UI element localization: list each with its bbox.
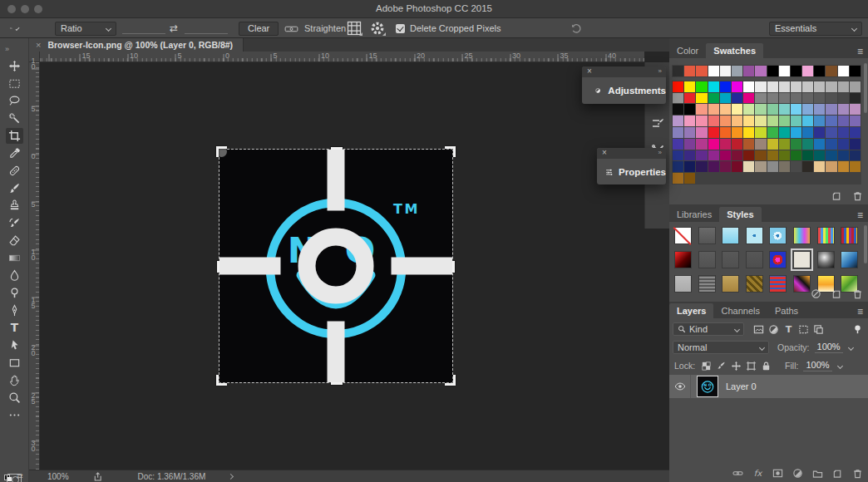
swatch[interactable] xyxy=(802,93,813,104)
add-layer-mask-icon[interactable] xyxy=(772,468,783,479)
swatch[interactable] xyxy=(850,139,861,150)
collapse-chevron[interactable]: » xyxy=(658,67,662,75)
swatch[interactable] xyxy=(767,93,778,104)
canvas-pasteboard[interactable]: » » N O TM xyxy=(40,62,669,470)
swatch[interactable] xyxy=(673,173,683,184)
scrollbar-thumb[interactable] xyxy=(864,63,867,113)
style-swatch[interactable] xyxy=(722,275,739,293)
swatch[interactable] xyxy=(673,116,683,126)
swatch[interactable] xyxy=(755,161,766,172)
swatch[interactable] xyxy=(779,161,790,172)
properties-floating-panel[interactable]: × » Properties xyxy=(597,148,666,184)
swatch[interactable] xyxy=(767,127,778,138)
style-swatch[interactable] xyxy=(722,227,739,244)
swatch[interactable] xyxy=(720,127,731,138)
swatch[interactable] xyxy=(850,104,861,115)
crop-height-input[interactable] xyxy=(185,22,228,34)
style-swatch[interactable] xyxy=(746,227,763,244)
swatch[interactable] xyxy=(791,161,801,172)
swatch[interactable] xyxy=(720,66,731,76)
swatch[interactable] xyxy=(814,161,825,172)
vertical-ruler[interactable]: 1 05051 01 52 02 53 0 xyxy=(29,62,40,482)
status-options-chevron[interactable] xyxy=(228,473,234,479)
swatch[interactable] xyxy=(814,104,825,115)
style-swatch[interactable] xyxy=(674,251,692,268)
swatch[interactable] xyxy=(732,116,742,126)
style-swatch[interactable] xyxy=(746,251,763,268)
tab-paths[interactable]: Paths xyxy=(767,303,806,318)
style-swatch[interactable] xyxy=(817,251,835,268)
tab-channels[interactable]: Channels xyxy=(713,303,767,318)
swatch[interactable] xyxy=(755,81,766,92)
new-group-icon[interactable] xyxy=(812,468,823,479)
swatch[interactable] xyxy=(673,81,683,92)
swatch[interactable] xyxy=(743,139,754,150)
adjustments-floating-panel[interactable]: × » Adjustments xyxy=(582,66,666,104)
swatch[interactable] xyxy=(826,66,836,76)
swatch[interactable] xyxy=(755,150,766,161)
swatch[interactable] xyxy=(743,66,754,76)
zoom-level-field[interactable]: 100% xyxy=(47,472,69,481)
swatch[interactable] xyxy=(720,104,731,115)
swatch[interactable] xyxy=(826,81,836,92)
swatch[interactable] xyxy=(779,150,790,161)
layer-style-fx-icon[interactable]: fx xyxy=(752,468,763,479)
swatch[interactable] xyxy=(684,161,695,172)
panel-menu-icon[interactable]: ≡ xyxy=(857,209,863,221)
swatch[interactable] xyxy=(826,127,836,138)
tool-path-selection[interactable] xyxy=(6,337,23,353)
straighten-button[interactable]: Straighten xyxy=(284,18,346,38)
swatch[interactable] xyxy=(814,127,825,138)
swatch[interactable] xyxy=(850,127,861,138)
swatch[interactable] xyxy=(838,116,849,126)
style-swatch[interactable] xyxy=(674,275,692,293)
clear-style-icon[interactable] xyxy=(811,288,821,299)
swatch[interactable] xyxy=(802,116,813,126)
swatch[interactable] xyxy=(696,150,707,161)
swatch[interactable] xyxy=(708,66,719,76)
swatch[interactable] xyxy=(720,93,731,104)
tool-blur[interactable] xyxy=(6,268,23,283)
swatch[interactable] xyxy=(826,161,836,172)
style-swatch[interactable] xyxy=(793,227,811,244)
style-swatch[interactable] xyxy=(793,251,811,268)
swatch[interactable] xyxy=(696,66,707,76)
tool-rectangle[interactable] xyxy=(6,355,23,371)
new-adjustment-layer-icon[interactable] xyxy=(792,468,803,479)
swatch[interactable] xyxy=(684,127,695,138)
fill-chevron[interactable] xyxy=(837,362,843,368)
swatch[interactable] xyxy=(826,93,836,104)
horizontal-ruler[interactable]: 151050510152025303540 xyxy=(40,52,644,62)
swatch[interactable] xyxy=(814,139,825,150)
style-swatch[interactable] xyxy=(769,251,787,268)
swatch[interactable] xyxy=(838,81,849,92)
swatch[interactable] xyxy=(673,127,683,138)
swatch[interactable] xyxy=(720,81,731,92)
swatch[interactable] xyxy=(732,127,742,138)
swatch[interactable] xyxy=(779,81,790,92)
swatch[interactable] xyxy=(767,150,778,161)
workspace-select[interactable]: Essentials xyxy=(769,18,862,38)
swatch[interactable] xyxy=(779,66,790,76)
crop-center-target[interactable] xyxy=(219,150,452,382)
swatch[interactable] xyxy=(743,161,754,172)
swatch[interactable] xyxy=(743,116,754,126)
swatch[interactable] xyxy=(755,139,766,150)
style-swatch[interactable] xyxy=(769,275,787,293)
filter-type-layers-icon[interactable]: T xyxy=(781,322,796,336)
tool-rectangular-marquee[interactable] xyxy=(6,76,23,91)
swatch[interactable] xyxy=(755,127,766,138)
swatch[interactable] xyxy=(743,104,754,115)
swatch[interactable] xyxy=(696,116,707,126)
tool-history-brush[interactable] xyxy=(6,215,23,231)
swatch[interactable] xyxy=(791,139,801,150)
tool-type[interactable]: T xyxy=(6,320,23,336)
swatch[interactable] xyxy=(791,66,801,76)
swatch[interactable] xyxy=(791,150,801,161)
style-swatch[interactable] xyxy=(698,275,716,293)
swatch[interactable] xyxy=(720,139,731,150)
swatch[interactable] xyxy=(838,127,849,138)
swatch[interactable] xyxy=(720,116,731,126)
swatch[interactable] xyxy=(767,66,778,76)
style-swatch[interactable] xyxy=(841,251,858,268)
